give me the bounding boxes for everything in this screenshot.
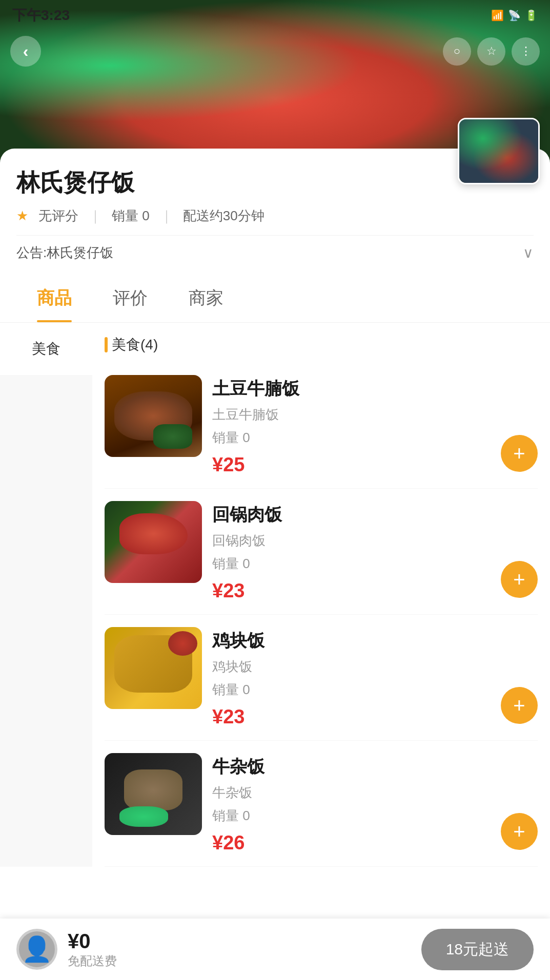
more-button[interactable]: ⋮ xyxy=(512,37,540,66)
add-to-cart-button-4[interactable]: + xyxy=(501,813,538,850)
meta-divider-2: ｜ xyxy=(160,207,173,225)
cart-info: ¥0 免配送费 xyxy=(68,930,421,969)
wifi-icon: 📡 xyxy=(508,9,521,22)
sidebar-item-food[interactable]: 美食 xyxy=(0,323,92,375)
add-to-cart-button-2[interactable]: + xyxy=(501,561,538,598)
hero-nav: ‹ ○ ☆ ⋮ xyxy=(0,36,550,67)
category-bar-indicator xyxy=(105,337,108,352)
tab-products[interactable]: 商品 xyxy=(16,274,92,322)
product-item: 土豆牛腩饭 土豆牛腩饭 销量 0 ¥25 + xyxy=(105,363,538,489)
product-image-3 xyxy=(105,627,202,709)
more-icon: ⋮ xyxy=(520,45,532,58)
signal-icon: 📶 xyxy=(491,9,504,22)
user-avatar-icon xyxy=(19,931,55,967)
plus-icon: + xyxy=(513,821,525,842)
star-icon: ☆ xyxy=(486,45,497,58)
bottom-bar: ¥0 免配送费 18元起送 xyxy=(0,919,550,980)
product-info-1: 土豆牛腩饭 土豆牛腩饭 销量 0 ¥25 xyxy=(212,375,491,476)
product-list: 美食(4) 土豆牛腩饭 土豆牛腩饭 销量 0 ¥25 + xyxy=(92,323,550,867)
cart-price: ¥0 xyxy=(68,930,421,953)
product-desc-3: 鸡块饭 xyxy=(212,658,491,676)
battery-icon: 🔋 xyxy=(525,9,538,22)
notice-text: 公告:林氏煲仔饭 xyxy=(16,244,113,262)
back-button[interactable]: ‹ xyxy=(10,36,41,67)
cart-free-shipping: 免配送费 xyxy=(68,953,421,969)
hero-action-buttons: ○ ☆ ⋮ xyxy=(443,37,540,66)
product-sales-3: 销量 0 xyxy=(212,681,491,699)
product-sales-1: 销量 0 xyxy=(212,429,491,447)
product-name-2: 回锅肉饭 xyxy=(212,503,491,527)
product-food-img-pork xyxy=(105,501,202,583)
product-price-1: ¥25 xyxy=(212,454,491,476)
product-name-3: 鸡块饭 xyxy=(212,629,491,653)
back-icon: ‹ xyxy=(23,42,29,61)
plus-icon: + xyxy=(513,695,525,716)
restaurant-name: 林氏煲仔饭 xyxy=(16,167,534,199)
product-image-1 xyxy=(105,375,202,457)
product-item: 鸡块饭 鸡块饭 销量 0 ¥23 + xyxy=(105,615,538,741)
category-header: 美食(4) xyxy=(105,323,538,363)
product-layout: 美食 美食(4) 土豆牛腩饭 土豆牛腩饭 销量 0 ¥25 xyxy=(0,323,550,867)
product-item: 牛杂饭 牛杂饭 销量 0 ¥26 + xyxy=(105,741,538,867)
tab-bar: 商品 评价 商家 xyxy=(0,274,550,323)
add-to-cart-button-3[interactable]: + xyxy=(501,687,538,724)
meta-divider-1: ｜ xyxy=(89,207,101,225)
product-desc-1: 土豆牛腩饭 xyxy=(212,406,491,424)
product-desc-4: 牛杂饭 xyxy=(212,784,491,802)
product-item: 回锅肉饭 回锅肉饭 销量 0 ¥23 + xyxy=(105,489,538,615)
restaurant-header: 林氏煲仔饭 ★ 无评分 ｜ 销量 0 ｜ 配送约30分钟 公告:林氏煲仔饭 ∨ xyxy=(0,149,550,270)
product-desc-2: 回锅肉饭 xyxy=(212,532,491,550)
product-food-img-chicken xyxy=(105,627,202,709)
thumbnail-image xyxy=(459,119,538,183)
product-sales-4: 销量 0 xyxy=(212,807,491,825)
product-sales-2: 销量 0 xyxy=(212,555,491,573)
status-time: 下午3:23 xyxy=(12,6,70,25)
product-price-2: ¥23 xyxy=(212,580,491,602)
cart-avatar xyxy=(16,929,57,970)
product-price-4: ¥26 xyxy=(212,832,491,854)
product-name-1: 土豆牛腩饭 xyxy=(212,377,491,401)
delivery-time: 配送约30分钟 xyxy=(183,207,264,225)
rating-text: 无评分 xyxy=(38,207,78,225)
add-to-cart-button-1[interactable]: + xyxy=(501,435,538,472)
product-name-4: 牛杂饭 xyxy=(212,755,491,779)
content-card: 林氏煲仔饭 ★ 无评分 ｜ 销量 0 ｜ 配送约30分钟 公告:林氏煲仔饭 ∨ … xyxy=(0,149,550,928)
chevron-down-icon: ∨ xyxy=(523,244,534,261)
product-image-2 xyxy=(105,501,202,583)
star-rating-icon: ★ xyxy=(16,208,28,224)
tab-merchant[interactable]: 商家 xyxy=(168,274,244,322)
product-info-4: 牛杂饭 牛杂饭 销量 0 ¥26 xyxy=(212,753,491,854)
product-food-img-beef xyxy=(105,375,202,457)
product-image-4 xyxy=(105,753,202,835)
restaurant-meta: ★ 无评分 ｜ 销量 0 ｜ 配送约30分钟 xyxy=(16,207,534,225)
product-info-3: 鸡块饭 鸡块饭 销量 0 ¥23 xyxy=(212,627,491,728)
tab-reviews[interactable]: 评价 xyxy=(92,274,168,322)
plus-icon: + xyxy=(513,569,525,590)
sidebar: 美食 xyxy=(0,323,92,867)
product-info-2: 回锅肉饭 回锅肉饭 销量 0 ¥23 xyxy=(212,501,491,602)
checkout-button[interactable]: 18元起送 xyxy=(421,929,534,970)
product-price-3: ¥23 xyxy=(212,706,491,728)
plus-icon: + xyxy=(513,443,525,464)
product-food-img-misc xyxy=(105,753,202,835)
status-icons: 📶 📡 🔋 xyxy=(491,9,538,22)
status-bar: 下午3:23 📶 📡 🔋 xyxy=(0,0,550,31)
sales-text: 销量 0 xyxy=(112,207,150,225)
search-button[interactable]: ○ xyxy=(443,37,471,66)
restaurant-thumbnail xyxy=(458,118,540,184)
restaurant-notice[interactable]: 公告:林氏煲仔饭 ∨ xyxy=(16,235,534,270)
search-icon: ○ xyxy=(454,45,460,58)
favorite-button[interactable]: ☆ xyxy=(477,37,505,66)
